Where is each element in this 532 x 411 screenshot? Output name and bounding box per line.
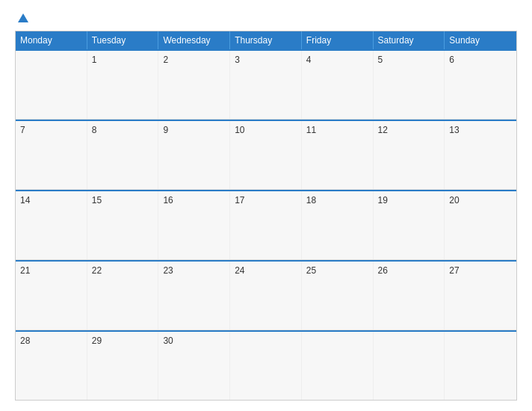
logo-blue-text <box>15 13 28 23</box>
day-cell: 25 <box>302 262 374 330</box>
day-number: 28 <box>20 336 30 346</box>
day-number: 4 <box>306 55 312 65</box>
day-header-wednesday: Wednesday <box>158 31 230 49</box>
days-header-row: MondayTuesdayWednesdayThursdayFridaySatu… <box>16 31 516 49</box>
calendar-grid: MondayTuesdayWednesdayThursdayFridaySatu… <box>15 31 517 401</box>
day-number: 11 <box>306 125 316 135</box>
day-cell: 22 <box>87 262 159 330</box>
day-cell: 28 <box>16 332 87 400</box>
day-header-sunday: Sunday <box>445 31 516 49</box>
day-number: 14 <box>20 195 30 206</box>
day-cell: 26 <box>374 262 445 330</box>
day-cell: 7 <box>16 121 87 189</box>
week-row-4: 282930 <box>16 330 516 400</box>
day-cell: 16 <box>158 191 230 259</box>
day-cell: 21 <box>16 262 87 330</box>
day-number: 8 <box>92 125 97 135</box>
day-number: 19 <box>378 195 388 206</box>
day-cell: 9 <box>158 121 230 189</box>
day-cell <box>16 51 87 119</box>
day-header-friday: Friday <box>302 31 374 49</box>
day-number: 25 <box>306 265 316 276</box>
week-row-0: 123456 <box>16 49 516 120</box>
day-number: 15 <box>92 195 102 206</box>
day-cell: 18 <box>302 191 374 259</box>
logo <box>15 13 28 23</box>
day-cell: 2 <box>158 51 230 119</box>
day-number: 10 <box>235 125 244 135</box>
day-cell: 13 <box>445 121 516 189</box>
day-number: 17 <box>235 195 244 206</box>
day-cell: 29 <box>87 332 159 400</box>
day-cell: 27 <box>445 262 516 330</box>
day-cell <box>374 332 445 400</box>
day-cell: 23 <box>158 262 230 330</box>
day-number: 5 <box>378 55 383 65</box>
day-cell: 8 <box>87 121 159 189</box>
day-header-tuesday: Tuesday <box>87 31 159 49</box>
day-cell: 1 <box>87 51 159 119</box>
day-cell: 14 <box>16 191 87 259</box>
day-number: 20 <box>449 195 459 206</box>
day-cell: 17 <box>230 191 302 259</box>
week-row-2: 14151617181920 <box>16 190 516 260</box>
day-number: 16 <box>163 195 173 206</box>
day-number: 6 <box>449 55 454 65</box>
day-header-thursday: Thursday <box>230 31 302 49</box>
day-cell: 11 <box>302 121 374 189</box>
day-number: 2 <box>163 55 168 65</box>
day-cell: 15 <box>87 191 159 259</box>
week-row-1: 78910111213 <box>16 120 516 190</box>
day-number: 24 <box>235 265 244 276</box>
day-cell <box>230 332 302 400</box>
day-number: 1 <box>92 55 97 65</box>
day-number: 13 <box>449 125 459 135</box>
day-number: 23 <box>163 265 173 276</box>
logo-triangle-icon <box>18 13 28 22</box>
day-cell: 30 <box>158 332 230 400</box>
day-cell: 19 <box>374 191 445 259</box>
day-number: 26 <box>378 265 388 276</box>
day-cell: 5 <box>374 51 445 119</box>
day-cell: 24 <box>230 262 302 330</box>
day-cell: 4 <box>302 51 374 119</box>
day-number: 27 <box>449 265 459 276</box>
day-number: 22 <box>92 265 102 276</box>
day-header-saturday: Saturday <box>374 31 445 49</box>
calendar-body: 1234567891011121314151617181920212223242… <box>16 49 516 400</box>
day-cell: 10 <box>230 121 302 189</box>
header <box>15 13 517 23</box>
day-number: 18 <box>306 195 316 206</box>
day-header-monday: Monday <box>16 31 87 49</box>
day-cell: 20 <box>445 191 516 259</box>
day-number: 7 <box>20 125 25 135</box>
week-row-3: 21222324252627 <box>16 260 516 330</box>
day-cell <box>445 332 516 400</box>
day-number: 30 <box>163 336 173 346</box>
day-number: 9 <box>163 125 168 135</box>
day-number: 12 <box>378 125 388 135</box>
day-cell <box>302 332 374 400</box>
calendar-page: MondayTuesdayWednesdayThursdayFridaySatu… <box>0 0 532 411</box>
day-number: 3 <box>235 55 240 65</box>
day-cell: 3 <box>230 51 302 119</box>
day-cell: 6 <box>445 51 516 119</box>
day-number: 21 <box>20 265 30 276</box>
day-number: 29 <box>92 336 102 346</box>
day-cell: 12 <box>374 121 445 189</box>
